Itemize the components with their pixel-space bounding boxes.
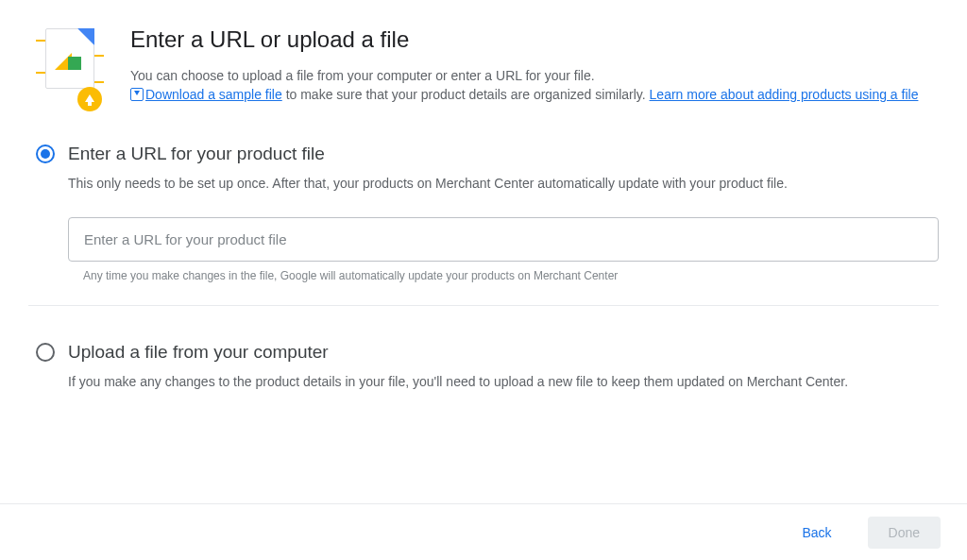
- file-upload-icon: [38, 26, 104, 108]
- header: Enter a URL or upload a file You can cho…: [0, 0, 967, 108]
- option-url-header[interactable]: Enter a URL for your product file: [36, 144, 939, 164]
- done-button[interactable]: Done: [868, 517, 941, 549]
- download-sample-link[interactable]: Download a sample file: [145, 87, 282, 102]
- option-url-desc: This only needs to be set up once. After…: [68, 174, 939, 193]
- option-url-block: Enter a URL for your product file This o…: [36, 127, 939, 305]
- url-input[interactable]: [68, 217, 939, 262]
- url-input-hint: Any time you make changes in the file, G…: [83, 269, 939, 282]
- intro-line-1: You can choose to upload a file from you…: [130, 68, 595, 83]
- options-container-2: Upload a file from your computer If you …: [0, 306, 967, 414]
- option-url-title: Enter a URL for your product file: [68, 144, 325, 164]
- download-icon: [130, 88, 144, 101]
- radio-upload[interactable]: [36, 343, 55, 362]
- option-upload-desc: If you make any changes to the product d…: [68, 372, 939, 391]
- option-upload-title: Upload a file from your computer: [68, 342, 329, 363]
- footer: Back Done: [0, 503, 967, 560]
- page-title: Enter a URL or upload a file: [130, 26, 918, 53]
- intro-text: You can choose to upload a file from you…: [130, 66, 918, 104]
- back-button[interactable]: Back: [781, 517, 852, 549]
- options-container: Enter a URL for your product file This o…: [0, 108, 967, 305]
- radio-url[interactable]: [36, 144, 55, 163]
- option-upload-block: Upload a file from your computer If you …: [36, 325, 939, 414]
- intro-mid: to make sure that your product details a…: [282, 87, 650, 102]
- option-upload-header[interactable]: Upload a file from your computer: [36, 342, 939, 363]
- learn-more-link[interactable]: Learn more about adding products using a…: [650, 87, 919, 102]
